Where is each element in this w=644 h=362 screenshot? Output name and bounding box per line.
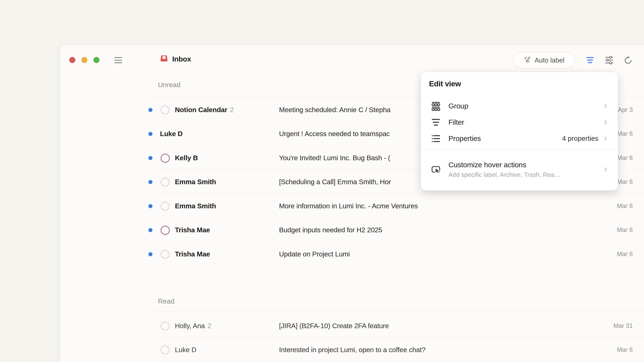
unread-indicator-dot <box>148 156 152 160</box>
popover-title: Edit view <box>429 79 461 88</box>
chevron-right-icon <box>603 135 608 142</box>
menu-item-group[interactable]: Group <box>421 98 618 114</box>
menu-item-properties[interactable]: Properties 4 properties <box>421 130 618 147</box>
filter-icon <box>431 117 441 127</box>
email-subject: [Scheduling a Call] Emma Smith, Hor <box>279 178 391 186</box>
menu-item-subtitle: Add specific label, Archive, Trash, Rea… <box>448 171 560 178</box>
sliders-icon <box>604 55 614 65</box>
close-window-button[interactable] <box>69 57 75 63</box>
email-subject: Budget inputs needed for H2 2025 <box>279 226 382 234</box>
email-row[interactable]: Emma SmithMore information in Lumi Inc. … <box>60 194 644 218</box>
email-date: Mar 31 <box>614 322 633 329</box>
sender-avatar[interactable] <box>160 226 170 235</box>
sender-name: Holly, Ana2 <box>175 322 211 330</box>
email-date: Mar 6 <box>617 178 633 185</box>
sender-name: Trisha Mae <box>175 250 210 258</box>
chevron-right-icon <box>603 103 608 109</box>
email-date: Mar 6 <box>617 346 633 353</box>
menu-item-customize-hover-actions[interactable]: Customize hover actions Add specific lab… <box>421 153 618 185</box>
sender-name: Luke D <box>160 130 183 138</box>
mail-window: Inbox Auto label <box>60 45 644 362</box>
properties-count-value: 4 properties <box>562 135 598 142</box>
auto-label-text: Auto label <box>535 56 564 64</box>
email-row[interactable]: Trisha MaeUpdate on Project LumiMar 6 <box>60 242 644 266</box>
unread-indicator-dot <box>148 132 152 136</box>
minimize-window-button[interactable] <box>81 57 88 63</box>
edit-view-popover: Edit view Group <box>421 72 618 191</box>
inbox-logo-icon <box>160 54 168 63</box>
auto-label-button[interactable]: Auto label <box>513 52 575 68</box>
sender-name: Notion Calendar2 <box>175 106 234 114</box>
email-row[interactable]: Luke DInterested in project Lumi, open t… <box>60 338 644 362</box>
sender-avatar[interactable] <box>160 153 170 163</box>
email-subject: [JIRA] (B2FA-10) Create 2FA feature <box>279 322 389 330</box>
email-date: Apr 3 <box>618 106 633 113</box>
email-subject: You're Invited! Lumi Inc. Bug Bash - ( <box>279 154 390 162</box>
filter-active-button[interactable] <box>585 55 595 65</box>
unread-indicator-dot <box>148 228 152 232</box>
menu-divider <box>421 149 618 149</box>
section-header-read: Read <box>158 297 174 305</box>
email-subject: Urgent ! Access needed to teamspac <box>279 130 390 138</box>
filter-icon <box>585 55 595 65</box>
email-date: Mar 6 <box>617 251 633 258</box>
section-divider <box>146 311 644 311</box>
sender-avatar[interactable] <box>160 250 170 259</box>
group-icon <box>431 101 441 111</box>
inbox-title-group: Inbox <box>160 54 191 63</box>
email-date: Mar 6 <box>617 154 633 161</box>
email-subject: Meeting scheduled: Annie C / Stepha <box>279 106 390 114</box>
email-subject: Interested in project Lumi, open to a co… <box>279 346 426 354</box>
menu-item-label: Filter <box>448 118 464 126</box>
sender-name: Emma Smith <box>175 178 216 186</box>
sidebar-toggle-button[interactable] <box>114 57 122 63</box>
sender-avatar[interactable] <box>160 202 170 211</box>
email-date: Mar 6 <box>617 202 633 210</box>
menu-item-label: Customize hover actions <box>448 161 560 169</box>
sender-name: Luke D <box>175 346 196 354</box>
chevron-right-icon <box>603 166 608 173</box>
sender-name: Emma Smith <box>175 202 216 210</box>
unread-indicator-dot <box>148 252 152 256</box>
sender-avatar[interactable] <box>160 346 170 355</box>
desktop-background: Inbox Auto label <box>0 0 644 362</box>
hover-actions-icon <box>431 165 441 174</box>
menu-item-label: Group <box>448 102 468 110</box>
section-header-unread: Unread <box>158 81 180 89</box>
hamburger-icon <box>114 57 122 58</box>
unread-indicator-dot <box>148 108 152 112</box>
refresh-icon <box>623 55 633 65</box>
chevron-right-icon <box>603 119 608 126</box>
sender-avatar[interactable] <box>160 105 170 114</box>
unread-indicator-dot <box>148 204 152 208</box>
email-row[interactable]: Holly, Ana2[JIRA] (B2FA-10) Create 2FA f… <box>60 314 644 338</box>
thread-count: 2 <box>230 106 234 113</box>
menu-item-label: Properties <box>448 134 481 143</box>
thread-count: 2 <box>208 322 212 330</box>
zoom-window-button[interactable] <box>94 57 100 63</box>
properties-icon <box>431 134 441 143</box>
view-settings-button[interactable] <box>604 55 614 65</box>
email-subject: Update on Project Lumi <box>279 250 350 258</box>
refresh-button[interactable] <box>623 55 633 65</box>
email-row[interactable]: Trisha MaeBudget inputs needed for H2 20… <box>60 218 644 242</box>
window-controls <box>69 57 100 63</box>
menu-item-filter[interactable]: Filter <box>421 114 618 130</box>
email-date: Mar 6 <box>617 130 633 137</box>
sender-name: Kelly B <box>175 154 198 162</box>
page-title: Inbox <box>172 55 191 63</box>
read-email-list: Holly, Ana2[JIRA] (B2FA-10) Create 2FA f… <box>60 314 644 362</box>
auto-label-wand-icon <box>524 56 532 64</box>
email-date: Mar 6 <box>617 226 633 233</box>
sender-avatar[interactable] <box>160 177 170 187</box>
email-subject: More information in Lumi Inc. - Acme Ven… <box>279 202 418 210</box>
unread-indicator-dot <box>148 180 152 184</box>
sender-name: Trisha Mae <box>175 226 210 234</box>
sender-avatar[interactable] <box>160 322 170 331</box>
